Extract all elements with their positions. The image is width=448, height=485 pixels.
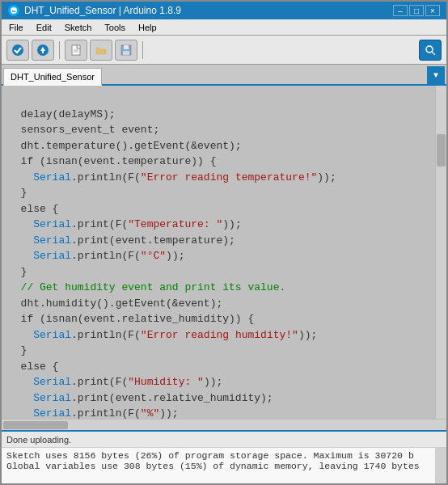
verify-button[interactable] xyxy=(6,40,29,61)
title-bar-left: ∞ DHT_Unified_Sensor | Arduino 1.8.9 xyxy=(8,5,181,16)
code-line-blank xyxy=(8,91,429,107)
vertical-scrollbar[interactable] xyxy=(435,86,446,419)
code-line-15: Serial.println(F("Error reading humidity… xyxy=(8,327,429,344)
code-line-11: } xyxy=(8,264,429,280)
code-line-17: else { xyxy=(8,359,429,375)
title-bar: ∞ DHT_Unified_Sensor | Arduino 1.8.9 – □… xyxy=(2,2,446,19)
title-bar-controls: – □ × xyxy=(393,5,440,16)
code-line-16: } xyxy=(8,343,429,359)
open-button[interactable] xyxy=(90,40,112,61)
svg-point-2 xyxy=(12,44,23,56)
save-button[interactable] xyxy=(115,40,137,61)
separator-1 xyxy=(59,41,60,59)
console-line-2: Global variables use 308 bytes (15%) of … xyxy=(6,461,430,471)
svg-rect-10 xyxy=(124,45,129,49)
chevron-down-icon: ▼ xyxy=(433,71,438,80)
toolbar xyxy=(2,36,446,65)
svg-text:∞: ∞ xyxy=(12,8,16,14)
scrollbar-thumb[interactable] xyxy=(437,134,446,167)
main-content: delay(delayMS); sensors_event_t event; d… xyxy=(2,86,446,485)
new-button[interactable] xyxy=(65,40,87,61)
code-line-1: delay(delayMS); xyxy=(8,107,429,123)
tab-dropdown-button[interactable]: ▼ xyxy=(427,66,445,84)
code-line-2: sensors_event_t event; xyxy=(8,122,429,138)
svg-point-12 xyxy=(426,46,433,53)
menu-help[interactable]: Help xyxy=(136,23,159,32)
code-line-5: Serial.println(F("Error reading temperat… xyxy=(8,170,429,186)
hscroll-thumb[interactable] xyxy=(3,421,68,429)
menu-sketch[interactable]: Sketch xyxy=(62,23,95,32)
console-status-text: Done uploading. xyxy=(6,435,71,445)
menu-tools[interactable]: Tools xyxy=(102,23,128,32)
horizontal-scrollbar[interactable] xyxy=(2,419,446,430)
tab-label: DHT_Unified_Sensor xyxy=(11,72,95,82)
code-line-4: if (isnan(event.temperature)) { xyxy=(8,154,429,170)
code-line-10: Serial.println(F("°C")); xyxy=(8,248,429,264)
code-line-13: dht.humidity().getEvent(&event); xyxy=(8,296,429,312)
tab-dht-unified-sensor[interactable]: DHT_Unified_Sensor xyxy=(3,68,102,86)
close-button[interactable]: × xyxy=(425,5,440,16)
code-line-12: // Get humidity event and print its valu… xyxy=(8,280,429,296)
window-title: DHT_Unified_Sensor | Arduino 1.8.9 xyxy=(24,5,181,16)
svg-rect-11 xyxy=(123,51,129,55)
menu-file[interactable]: File xyxy=(6,23,26,32)
code-line-9: Serial.print(event.temperature); xyxy=(8,233,429,249)
minimize-button[interactable]: – xyxy=(393,5,408,16)
code-line-3: dht.temperature().getEvent(&event); xyxy=(8,138,429,154)
code-line-6: } xyxy=(8,185,429,201)
console-output[interactable]: Sketch uses 8156 bytes (26%) of program … xyxy=(2,448,446,485)
console-area: Done uploading. Sketch uses 8156 bytes (… xyxy=(2,430,446,485)
arduino-icon: ∞ xyxy=(8,5,19,16)
search-button[interactable] xyxy=(419,40,442,61)
menu-bar: File Edit Sketch Tools Help xyxy=(2,19,446,36)
code-line-18: Serial.print(F("Humidity: ")); xyxy=(8,374,429,390)
separator-2 xyxy=(142,41,143,59)
tab-bar: DHT_Unified_Sensor ▼ xyxy=(2,65,446,86)
console-line-1: Sketch uses 8156 bytes (26%) of program … xyxy=(6,450,430,461)
code-line-14: if (isnan(event.relative_humidity)) { xyxy=(8,311,429,327)
code-line-7: else { xyxy=(8,201,429,217)
menu-edit[interactable]: Edit xyxy=(34,23,54,32)
code-editor[interactable]: delay(delayMS); sensors_event_t event; d… xyxy=(2,86,435,419)
code-line-19: Serial.print(event.relative_humidity); xyxy=(8,390,429,407)
editor-inner: delay(delayMS); sensors_event_t event; d… xyxy=(2,86,446,419)
svg-rect-5 xyxy=(42,51,44,53)
maximize-button[interactable]: □ xyxy=(409,5,424,16)
code-line-20: Serial.println(F("%")); xyxy=(8,406,429,419)
svg-line-13 xyxy=(432,52,435,55)
upload-button[interactable] xyxy=(32,40,54,61)
console-status: Done uploading. xyxy=(2,432,446,448)
editor-wrapper: delay(delayMS); sensors_event_t event; d… xyxy=(2,86,446,430)
code-line-8: Serial.print(F("Temperature: ")); xyxy=(8,217,429,233)
